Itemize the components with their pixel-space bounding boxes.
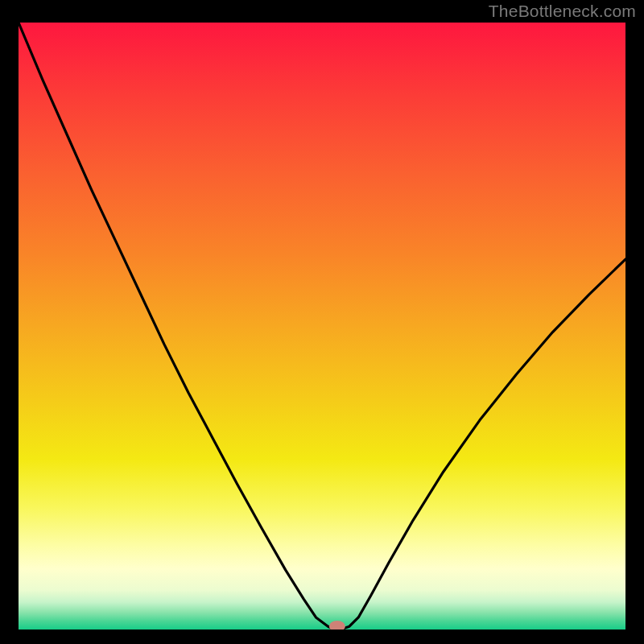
plot-area: [19, 23, 625, 630]
chart-container: TheBottleneck.com: [0, 0, 644, 644]
plot-svg: [19, 23, 625, 630]
plot-background: [19, 23, 625, 630]
watermark-text: TheBottleneck.com: [489, 2, 636, 21]
